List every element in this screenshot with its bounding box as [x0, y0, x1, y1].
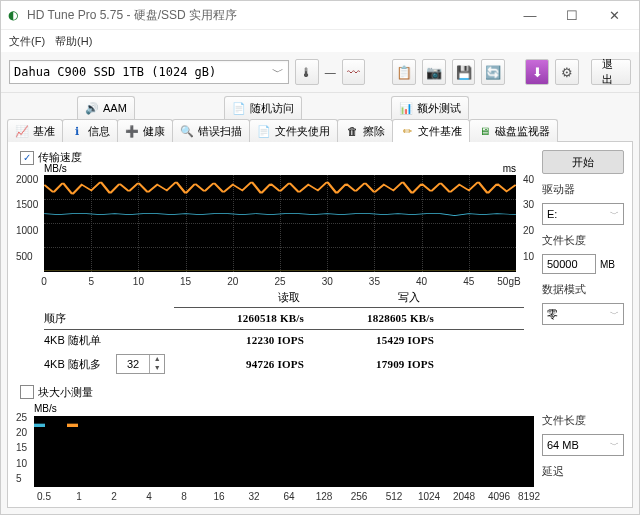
save-button[interactable]: 💾 [452, 59, 476, 85]
tab-health[interactable]: ➕健康 [117, 119, 173, 142]
tab-extra-tests[interactable]: 📊额外测试 [391, 96, 469, 119]
col-read: 读取 [229, 288, 349, 307]
app-window: ◐ HD Tune Pro 5.75 - 硬盘/SSD 实用程序 — ☐ ✕ 文… [0, 0, 640, 515]
spin-down-icon[interactable]: ▼ [150, 364, 164, 373]
tabs: 🔊AAM 📄随机访问 📊额外测试 📈基准 ℹ信息 ➕健康 🔍错误扫描 📄文件夹使… [1, 93, 639, 141]
thermometer-icon: 🌡 [300, 65, 313, 80]
copy-icon: 📋 [396, 65, 412, 80]
blocksize-chart-canvas: ▬读取▬写入 [34, 416, 534, 487]
smart-icon: 〰 [347, 65, 360, 80]
window-title: HD Tune Pro 5.75 - 硬盘/SSD 实用程序 [27, 7, 509, 24]
exit-button[interactable]: 退出 [591, 59, 631, 85]
blocksize-chart: MB/s 25 20 15 10 5 ▬读取▬写入 0.5 1 2 4 8 16… [16, 404, 534, 499]
tab-file-benchmark[interactable]: ✏文件基准 [392, 119, 470, 142]
tab-benchmark[interactable]: 📈基准 [7, 119, 63, 142]
search-icon: 🔍 [180, 124, 194, 138]
spin-up-icon[interactable]: ▲ [150, 355, 164, 364]
col-write: 写入 [349, 288, 469, 307]
app-icon: ◐ [5, 7, 21, 23]
trash-icon: 🗑 [345, 124, 359, 138]
filelen-input[interactable]: 50000 [542, 254, 596, 274]
tab-folder-usage[interactable]: 📄文件夹使用 [249, 119, 338, 142]
refresh-button[interactable]: 🔄 [481, 59, 505, 85]
options-button[interactable]: ⚙ [555, 59, 579, 85]
menubar: 文件(F) 帮助(H) [1, 30, 639, 52]
mode-select[interactable]: 零﹀ [542, 303, 624, 325]
arrow-down-icon: ⬇ [532, 65, 543, 80]
tab-aam[interactable]: 🔊AAM [77, 96, 135, 119]
menu-help[interactable]: 帮助(H) [55, 34, 92, 49]
minimize-button[interactable]: — [509, 1, 551, 29]
pencil-icon: ✏ [400, 124, 414, 138]
tab-erase[interactable]: 🗑擦除 [337, 119, 393, 142]
chevron-down-icon: ﹀ [272, 64, 284, 81]
left-column: ✓ 传输速度 MB/s ms 2000 1500 1000 500 40 30 … [16, 150, 534, 499]
gear-icon: ⚙ [561, 65, 573, 80]
delay-label: 延迟 [542, 464, 624, 479]
chevron-down-icon: ﹀ [610, 439, 619, 452]
checkbox-icon [20, 385, 34, 399]
titlebar: ◐ HD Tune Pro 5.75 - 硬盘/SSD 实用程序 — ☐ ✕ [1, 1, 639, 30]
chevron-down-icon: ﹀ [610, 308, 619, 321]
refresh-icon: 🔄 [485, 65, 501, 80]
temperature-button[interactable]: 🌡 [295, 59, 319, 85]
drive-label: 驱动器 [542, 182, 624, 197]
tab-content: ✓ 传输速度 MB/s ms 2000 1500 1000 500 40 30 … [7, 141, 633, 508]
plus-icon: ➕ [125, 124, 139, 138]
checkbox-icon: ✓ [20, 151, 34, 165]
filelen-label: 文件长度 [542, 233, 624, 248]
close-button[interactable]: ✕ [593, 1, 635, 29]
transfer-chart-canvas [44, 175, 516, 272]
monitor-icon: 🖥 [477, 124, 491, 138]
drive-letter-select[interactable]: E:﹀ [542, 203, 624, 225]
tab-random-access[interactable]: 📄随机访问 [224, 96, 302, 119]
mode-label: 数据模式 [542, 282, 624, 297]
right-column: 开始 驱动器 E:﹀ 文件长度 50000 MB 数据模式 零﹀ 文件长度 64… [542, 150, 624, 499]
row-4k-single: 4KB 随机单 12230 IOPS 15429 IOPS [44, 330, 524, 351]
speaker-icon: 🔊 [85, 101, 99, 115]
smart-button[interactable]: 〰 [342, 59, 366, 85]
copy-button[interactable]: 📋 [392, 59, 416, 85]
drive-select[interactable]: Dahua C900 SSD 1TB (1024 gB) ﹀ [9, 60, 289, 84]
window-controls: — ☐ ✕ [509, 1, 635, 29]
graph-icon: 📈 [15, 124, 29, 138]
toolbar: Dahua C900 SSD 1TB (1024 gB) ﹀ 🌡 — 〰 📋 📷… [1, 52, 639, 93]
info-icon: ℹ [70, 124, 84, 138]
filelen2-select[interactable]: 64 MB﹀ [542, 434, 624, 456]
chevron-down-icon: ﹀ [610, 208, 619, 221]
download-button[interactable]: ⬇ [525, 59, 549, 85]
tab-info[interactable]: ℹ信息 [62, 119, 118, 142]
transfer-speed-checkbox[interactable]: ✓ 传输速度 [16, 150, 534, 167]
screenshot-button[interactable]: 📷 [422, 59, 446, 85]
results-table: 读取 写入 顺序 1260518 KB/s 1828605 KB/s 4KB 随… [44, 288, 524, 377]
queue-depth-select[interactable]: 32 ▲▼ [116, 354, 165, 374]
tab-error-scan[interactable]: 🔍错误扫描 [172, 119, 250, 142]
page-icon: 📄 [232, 101, 246, 115]
blocksize-checkbox[interactable]: 块大小测量 [16, 385, 534, 402]
save-icon: 💾 [456, 65, 472, 80]
start-button[interactable]: 开始 [542, 150, 624, 174]
menu-file[interactable]: 文件(F) [9, 34, 45, 49]
maximize-button[interactable]: ☐ [551, 1, 593, 29]
filelen2-label: 文件长度 [542, 413, 624, 428]
drive-select-value: Dahua C900 SSD 1TB (1024 gB) [14, 65, 216, 79]
row-sequential: 顺序 1260518 KB/s 1828605 KB/s [44, 308, 524, 330]
page-icon: 📄 [257, 124, 271, 138]
tab-disk-monitor[interactable]: 🖥磁盘监视器 [469, 119, 558, 142]
row-4k-multi: 4KB 随机多 32 ▲▼ 94726 IOPS 17909 IOPS [44, 351, 524, 377]
chart-icon: 📊 [399, 101, 413, 115]
camera-icon: 📷 [426, 65, 442, 80]
transfer-chart: MB/s ms 2000 1500 1000 500 40 30 20 10 [16, 167, 534, 284]
